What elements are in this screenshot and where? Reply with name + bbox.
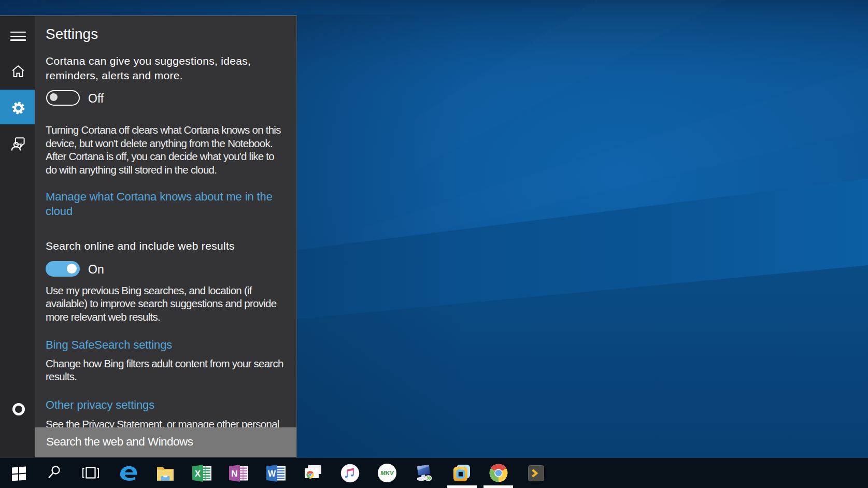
svg-text:X: X xyxy=(194,468,201,478)
svg-text:N: N xyxy=(231,468,237,478)
svg-text:MKV: MKV xyxy=(380,470,394,476)
svg-text:W: W xyxy=(267,469,276,478)
